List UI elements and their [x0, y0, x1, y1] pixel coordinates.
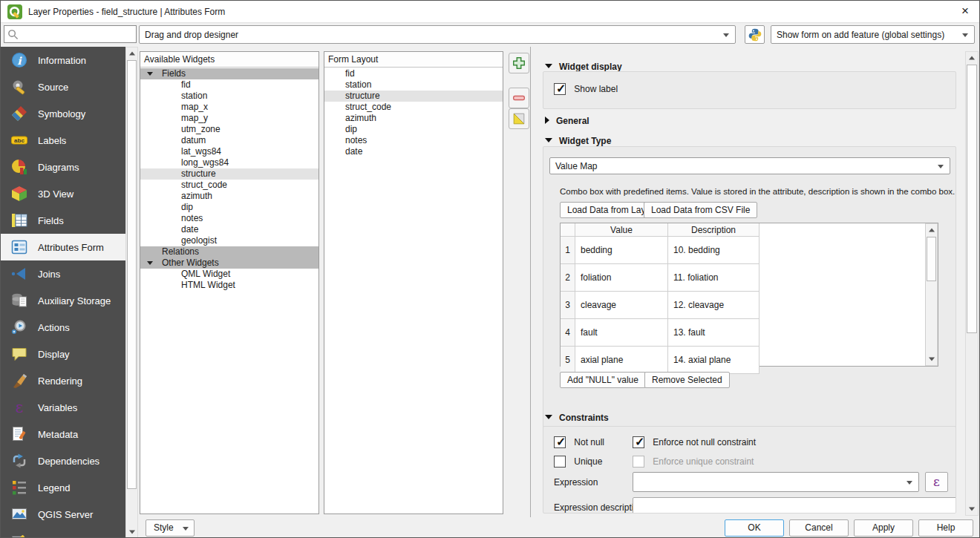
- sidebar-item-legend[interactable]: Legend: [1, 474, 125, 501]
- feature-form-select[interactable]: Show form on add feature (global setting…: [771, 25, 975, 44]
- value-cell[interactable]: bedding: [575, 237, 668, 264]
- sidebar-item-source[interactable]: Source: [1, 73, 125, 100]
- sidebar-item-actions[interactable]: Actions: [1, 314, 125, 341]
- section-widget-display[interactable]: Widget display: [545, 62, 622, 72]
- tree-item-utm_zone[interactable]: utm_zone: [140, 124, 318, 135]
- value-cell[interactable]: cleavage: [575, 292, 668, 319]
- sidebar-item-metadata[interactable]: Metadata: [1, 421, 125, 447]
- tree-item-azimuth[interactable]: azimuth: [140, 191, 318, 202]
- description-cell[interactable]: 11. foliation: [668, 264, 760, 292]
- form-layout-item-notes[interactable]: notes: [324, 135, 503, 146]
- help-button[interactable]: Help: [918, 519, 973, 537]
- expression-description-input[interactable]: [633, 497, 956, 514]
- value-cell[interactable]: foliation: [575, 264, 668, 292]
- row-number[interactable]: 5: [561, 347, 575, 374]
- expand-arrow-icon[interactable]: [147, 72, 153, 76]
- row-number[interactable]: 2: [561, 264, 575, 292]
- column-header-value[interactable]: Value: [575, 223, 668, 237]
- sidebar-item-labels[interactable]: abcLabels: [1, 127, 125, 154]
- section-general[interactable]: General: [545, 116, 589, 126]
- scroll-up-icon[interactable]: [966, 52, 978, 64]
- form-layout-item-struct_code[interactable]: struct_code: [324, 102, 503, 113]
- sidebar-item-information[interactable]: iInformation: [1, 47, 125, 73]
- row-number[interactable]: 1: [561, 237, 575, 264]
- tree-item-map_x[interactable]: map_x: [140, 102, 318, 113]
- column-header-description[interactable]: Description: [668, 223, 760, 237]
- enforce-not-null-checkbox[interactable]: [633, 436, 644, 448]
- form-layout-item-dip[interactable]: dip: [324, 124, 503, 135]
- load-data-from-csv-button[interactable]: Load Data from CSV File: [644, 202, 757, 218]
- sidebar-item-fields[interactable]: Fields: [1, 207, 125, 234]
- tree-item-date[interactable]: date: [140, 224, 318, 235]
- form-layout-item-date[interactable]: date: [324, 146, 503, 157]
- sidebar-item-dependencies[interactable]: Dependencies: [1, 447, 125, 474]
- section-constraints[interactable]: Constraints: [545, 413, 609, 423]
- tree-item-notes[interactable]: notes: [140, 213, 318, 224]
- row-number[interactable]: 4: [561, 319, 575, 347]
- form-layout-item-azimuth[interactable]: azimuth: [324, 113, 503, 124]
- tree-item-struct_code[interactable]: struct_code: [140, 180, 318, 191]
- tree-item-geologist[interactable]: geologist: [140, 235, 318, 246]
- expand-arrow-icon[interactable]: [147, 261, 153, 265]
- apply-button[interactable]: Apply: [854, 519, 913, 537]
- scroll-down-icon[interactable]: [926, 353, 937, 365]
- sidebar-item-digitizing[interactable]: Digitizing: [1, 528, 125, 538]
- remove-selected-button[interactable]: Remove Selected: [644, 372, 730, 388]
- description-cell[interactable]: 14. axial plane: [668, 347, 760, 374]
- not-null-checkbox[interactable]: [554, 436, 566, 448]
- add-null-value-button[interactable]: Add "NULL" value: [560, 372, 646, 388]
- cancel-button[interactable]: Cancel: [789, 519, 849, 537]
- description-cell[interactable]: 10. bedding: [668, 237, 760, 264]
- tree-item-qml-widget[interactable]: QML Widget: [140, 269, 318, 280]
- style-menu-button[interactable]: Style: [146, 519, 195, 537]
- rename-item-button[interactable]: [509, 108, 529, 129]
- show-label-checkbox[interactable]: [554, 83, 566, 95]
- sidebar-item-3d-view[interactable]: 3D View: [1, 180, 125, 207]
- tree-item-relations[interactable]: Relations: [140, 246, 318, 257]
- widget-type-select[interactable]: Value Map: [549, 157, 950, 174]
- add-container-button[interactable]: [509, 53, 529, 73]
- sidebar-item-attributes-form[interactable]: Attributes Form: [1, 234, 125, 260]
- sidebar-item-diagrams[interactable]: Diagrams: [1, 154, 125, 180]
- tree-item-lat_wgs84[interactable]: lat_wgs84: [140, 146, 318, 157]
- tree-item-other-widgets[interactable]: Other Widgets: [140, 257, 318, 269]
- scroll-down-icon[interactable]: [126, 526, 137, 538]
- sidebar-item-variables[interactable]: εVariables: [1, 394, 125, 421]
- table-scrollbar[interactable]: [925, 223, 938, 366]
- sidebar-item-auxiliary-storage[interactable]: Auxiliary Storage: [1, 287, 125, 314]
- tree-item-structure[interactable]: structure: [140, 168, 318, 180]
- scroll-thumb[interactable]: [967, 65, 977, 333]
- description-cell[interactable]: 13. fault: [668, 319, 760, 347]
- value-cell[interactable]: fault: [575, 319, 668, 347]
- right-panel-scrollbar[interactable]: [965, 51, 979, 516]
- section-widget-type[interactable]: Widget Type: [545, 136, 611, 146]
- tree-item-dip[interactable]: dip: [140, 202, 318, 213]
- tree-item-datum[interactable]: datum: [140, 135, 318, 146]
- ok-button[interactable]: OK: [725, 519, 784, 537]
- row-number[interactable]: 3: [561, 292, 575, 319]
- sidebar-item-display[interactable]: Display: [1, 341, 125, 367]
- scroll-up-icon[interactable]: [926, 224, 937, 236]
- search-input[interactable]: [22, 27, 134, 42]
- sidebar-item-joins[interactable]: Joins: [1, 260, 125, 287]
- python-init-button[interactable]: [745, 25, 765, 44]
- description-cell[interactable]: 12. cleavage: [668, 292, 760, 319]
- tree-item-html-widget[interactable]: HTML Widget: [140, 280, 318, 291]
- sidebar-scrollbar[interactable]: [125, 47, 138, 538]
- form-layout-item-fid[interactable]: fid: [324, 68, 503, 79]
- sidebar-item-qgis-server[interactable]: QGIS Server: [1, 501, 125, 528]
- form-layout-item-station[interactable]: station: [324, 79, 503, 91]
- close-button[interactable]: ×: [958, 4, 973, 19]
- scroll-thumb[interactable]: [127, 60, 137, 489]
- tree-item-map_y[interactable]: map_y: [140, 113, 318, 124]
- scroll-up-icon[interactable]: [126, 47, 137, 59]
- form-layout-item-structure[interactable]: structure: [324, 91, 503, 102]
- unique-checkbox[interactable]: [554, 456, 566, 468]
- sidebar-item-symbology[interactable]: Symbology: [1, 100, 125, 127]
- expression-builder-button[interactable]: ε: [925, 472, 948, 492]
- expression-select[interactable]: [633, 472, 919, 492]
- scroll-thumb[interactable]: [927, 237, 936, 281]
- scroll-down-icon[interactable]: [966, 503, 978, 515]
- value-cell[interactable]: axial plane: [575, 347, 668, 374]
- tree-item-station[interactable]: station: [140, 91, 318, 102]
